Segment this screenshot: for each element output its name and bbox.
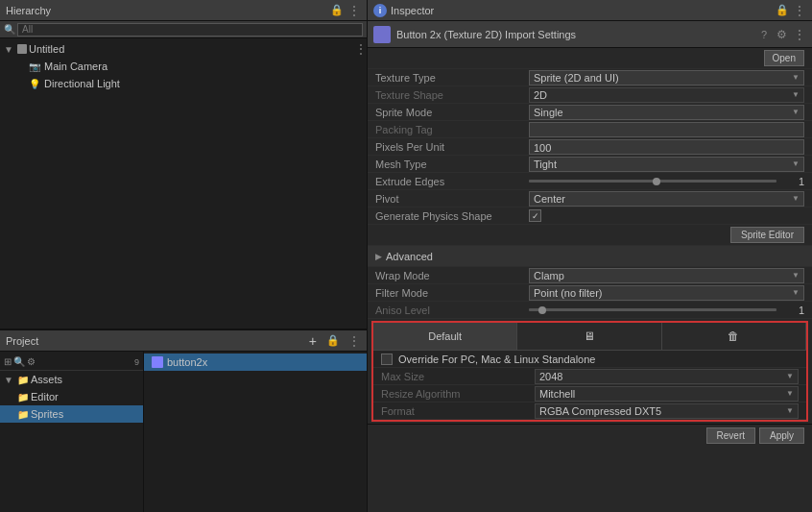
texture-shape-label: Texture Shape	[375, 89, 529, 101]
resize-algorithm-value: Mitchell ▼	[535, 386, 799, 402]
max-size-value: 2048 ▼	[535, 369, 799, 384]
asset-title: Button 2x (Texture 2D) Import Settings	[396, 29, 755, 40]
hierarchy-item-main-camera[interactable]: 📷 Main Camera	[0, 58, 367, 75]
pivot-dropdown[interactable]: Center ▼	[529, 191, 804, 207]
resize-algorithm-dropdown[interactable]: Mitchell ▼	[535, 386, 799, 402]
max-size-dropdown[interactable]: 2048 ▼	[535, 369, 799, 384]
project-content: ⊞ 🔍 ⚙ 9 ▼ 📁 Assets 📁 Editor	[0, 352, 367, 512]
max-size-label: Max Size	[381, 371, 535, 382]
platform-tab-default[interactable]: Default	[373, 323, 517, 350]
project-tree-sprites[interactable]: 📁 Sprites	[0, 405, 143, 423]
extrude-edges-row: Extrude Edges 1	[368, 173, 812, 190]
aniso-slider[interactable]: 1	[529, 305, 804, 316]
advanced-label: Advanced	[386, 251, 433, 262]
pixels-per-unit-input[interactable]: 100	[529, 139, 804, 155]
dropdown-arrow-icon: ▼	[786, 406, 794, 415]
aniso-level-value: 1	[529, 305, 804, 316]
wrap-mode-dropdown[interactable]: Clamp ▼	[529, 268, 804, 283]
project-lock-icon: 🔒	[326, 334, 340, 347]
dropdown-arrow-icon: ▼	[792, 271, 800, 280]
project-file-label: button2x	[167, 356, 207, 368]
platform-tab-monitor[interactable]: 🖥	[517, 323, 661, 350]
platform-area: Default 🖥 🗑 Override For PC, Mac & Linux…	[371, 321, 808, 422]
hierarchy-content: ▼ Untitled ⋮ 📷 Main Camera 💡 Directional…	[0, 38, 367, 329]
open-button[interactable]: Open	[764, 50, 804, 66]
dropdown-arrow-icon: ▼	[792, 159, 800, 168]
asset-icon	[373, 26, 391, 43]
filter-mode-dropdown[interactable]: Point (no filter) ▼	[529, 285, 804, 301]
hierarchy-item-directional-light[interactable]: 💡 Directional Light	[0, 75, 367, 92]
bottom-buttons: Revert Apply	[368, 424, 812, 447]
info-icon: i	[373, 4, 387, 17]
wrap-mode-label: Wrap Mode	[375, 270, 529, 281]
file-icon	[152, 356, 163, 368]
format-dropdown[interactable]: RGBA Compressed DXT5 ▼	[535, 403, 799, 419]
packing-tag-input[interactable]	[529, 122, 804, 137]
inspector-content: Texture Type Sprite (2D and UI) ▼ Textur…	[368, 69, 812, 512]
format-value: RGBA Compressed DXT5 ▼	[535, 403, 799, 419]
extrude-edges-slider[interactable]: 1	[529, 176, 804, 187]
project-tree-label: Editor	[31, 391, 59, 402]
resize-algorithm-label: Resize Algorithm	[381, 388, 535, 400]
gear-icon[interactable]: ⚙	[776, 28, 787, 41]
advanced-section-header[interactable]: ▶ Advanced	[368, 246, 812, 267]
aniso-level-row: Aniso Level 1	[368, 302, 812, 319]
mesh-type-label: Mesh Type	[375, 158, 529, 170]
project-more-icon[interactable]: ⋮	[347, 333, 361, 349]
sprites-folder-icon: 📁	[17, 409, 29, 420]
apply-button[interactable]: Apply	[759, 427, 804, 444]
project-file-button2x[interactable]: button2x	[144, 354, 367, 371]
open-button-row: Open	[368, 48, 812, 69]
dropdown-arrow-icon: ▼	[792, 194, 800, 203]
aniso-slider-track	[529, 308, 776, 311]
slider-track	[529, 180, 776, 183]
sprite-editor-button[interactable]: Sprite Editor	[730, 227, 804, 243]
packing-tag-value	[529, 122, 804, 137]
hierarchy-item-untitled[interactable]: ▼ Untitled ⋮	[0, 40, 367, 58]
editor-folder-icon: 📁	[17, 392, 29, 402]
hierarchy-more-icon[interactable]: ⋮	[347, 3, 361, 18]
add-button[interactable]: +	[307, 334, 319, 348]
dropdown-arrow-icon: ▼	[786, 389, 794, 398]
aniso-level-value-label: 1	[780, 305, 804, 316]
texture-type-row: Texture Type Sprite (2D and UI) ▼	[368, 69, 812, 86]
hierarchy-item-label: Main Camera	[44, 61, 107, 72]
sprite-editor-row: Sprite Editor	[368, 225, 812, 246]
untitled-more-icon[interactable]: ⋮	[355, 42, 367, 56]
project-tree-label: Assets	[31, 374, 62, 385]
project-title: Project	[6, 335, 38, 347]
project-tree: ⊞ 🔍 ⚙ 9 ▼ 📁 Assets 📁 Editor	[0, 352, 144, 512]
wrap-mode-value: Clamp ▼	[529, 268, 804, 283]
extrude-edges-value-label: 1	[780, 176, 804, 187]
texture-type-dropdown[interactable]: Sprite (2D and UI) ▼	[529, 70, 804, 85]
hierarchy-title: Hierarchy	[6, 5, 51, 16]
inspector-lock-icon: 🔒	[776, 4, 789, 16]
hierarchy-item-label: Directional Light	[44, 78, 120, 89]
dropdown-arrow-icon: ▼	[792, 108, 800, 116]
monitor-icon: 🖥	[584, 329, 595, 343]
advanced-arrow-icon: ▶	[375, 252, 382, 261]
pivot-row: Pivot Center ▼	[368, 190, 812, 207]
wrap-mode-row: Wrap Mode Clamp ▼	[368, 267, 812, 284]
generate-physics-checkbox[interactable]: ✓	[529, 209, 541, 222]
extrude-edges-value: 1	[529, 176, 804, 187]
revert-button[interactable]: Revert	[706, 427, 755, 444]
platform-tab-trash[interactable]: 🗑	[662, 323, 806, 350]
mesh-type-dropdown[interactable]: Tight ▼	[529, 157, 804, 172]
inspector-more-icon[interactable]: ⋮	[793, 3, 806, 18]
sprite-mode-row: Sprite Mode Single ▼	[368, 104, 812, 121]
project-tree-editor[interactable]: 📁 Editor	[0, 388, 143, 405]
override-row: Override For PC, Mac & Linux Standalone	[373, 351, 806, 368]
override-checkbox[interactable]	[381, 354, 393, 365]
platform-tabs: Default 🖥 🗑	[373, 323, 806, 351]
sprite-mode-dropdown[interactable]: Single ▼	[529, 105, 804, 120]
project-panel: Project + 🔒 ⋮ ⊞ 🔍 ⚙ 9 ▼	[0, 329, 367, 512]
texture-shape-dropdown[interactable]: 2D ▼	[529, 87, 804, 103]
dropdown-arrow-icon: ▼	[792, 90, 800, 99]
filter-mode-row: Filter Mode Point (no filter) ▼	[368, 284, 812, 302]
packing-tag-row: Packing Tag	[368, 121, 812, 138]
hierarchy-search-input[interactable]	[17, 23, 363, 37]
light-icon: 💡	[29, 79, 40, 89]
project-tree-assets[interactable]: ▼ 📁 Assets	[0, 371, 143, 388]
more-icon[interactable]: ⋮	[793, 27, 806, 42]
